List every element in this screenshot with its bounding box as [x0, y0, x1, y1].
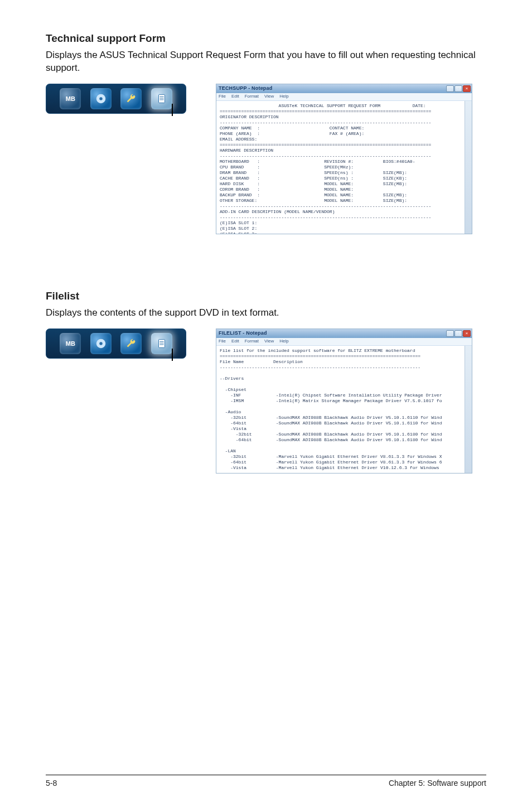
launcher-bar: MB [46, 84, 186, 114]
disc-icon [95, 93, 107, 105]
notepad-title: TECHSUPP - Notepad [219, 85, 272, 91]
page-number: 5-8 [46, 779, 57, 787]
document-icon [156, 337, 168, 350]
launcher-doc-icon-2[interactable] [151, 333, 172, 354]
doc-page: Technical support Form Displays the ASUS… [0, 0, 532, 802]
launcher-thumbnail: MB [46, 84, 186, 128]
menu-file-2[interactable]: File [219, 339, 226, 344]
svg-rect-2 [158, 95, 165, 103]
svg-point-1 [99, 97, 103, 100]
notepad-menu: File Edit Format View Help [216, 93, 472, 101]
menu-view[interactable]: View [264, 94, 274, 99]
leader-line-2 [65, 357, 182, 380]
launcher-doc-icon[interactable] [151, 88, 172, 109]
launcher-disc-icon-2[interactable] [90, 333, 112, 354]
launcher-mb-button[interactable]: MB [60, 88, 81, 109]
notepad-titlebar-2: FILELIST - Notepad _ □ × [216, 329, 472, 338]
section-body-tech: Displays the ASUS Technical Support Requ… [46, 49, 486, 75]
menu-format[interactable]: Format [245, 94, 259, 99]
section-body-filelist: Displays the contents of the support DVD… [46, 307, 486, 320]
menu-edit-2[interactable]: Edit [231, 339, 239, 344]
launcher-disc-icon[interactable] [90, 88, 112, 109]
svg-point-7 [99, 342, 103, 345]
menu-file[interactable]: File [219, 94, 226, 99]
close-button[interactable]: × [463, 85, 471, 92]
minimize-button-2[interactable]: _ [446, 330, 454, 337]
launcher-tool-icon[interactable] [120, 88, 142, 109]
wrench-icon [125, 93, 137, 105]
menu-edit[interactable]: Edit [231, 94, 239, 99]
launcher-thumbnail-2: MB [46, 328, 186, 373]
notepad-content-filelist[interactable]: File list for the included support softw… [216, 346, 472, 473]
svg-rect-8 [158, 339, 165, 347]
maximize-button[interactable]: □ [454, 85, 462, 92]
notepad-title-2: FILELIST - Notepad [219, 330, 267, 336]
window-controls-2: _ □ × [446, 330, 471, 337]
notepad-window-filelist: FILELIST - Notepad _ □ × File Edit Forma… [216, 328, 472, 474]
section-row-tech: MB TECHSUPP - Notepad [46, 84, 486, 234]
section-tech-support: Technical support Form Displays the ASUS… [46, 32, 486, 234]
launcher-tool-icon-2[interactable] [120, 333, 142, 354]
menu-view-2[interactable]: View [264, 339, 274, 344]
notepad-menu-2: File Edit Format View Help [216, 338, 472, 346]
section-filelist: Filelist Displays the contents of the su… [46, 290, 486, 474]
notepad-content-tech[interactable]: ASUSTeK TECHNICAL SUPPORT REQUEST FORM D… [216, 101, 472, 234]
chapter-label: Chapter 5: Software support [389, 779, 486, 787]
launcher-bar-2: MB [46, 328, 186, 359]
launcher-mb-button-2[interactable]: MB [60, 333, 81, 354]
menu-help-2[interactable]: Help [279, 339, 288, 344]
disc-icon [95, 337, 107, 350]
section-heading-tech: Technical support Form [46, 32, 486, 45]
notepad-titlebar: TECHSUPP - Notepad _ □ × [216, 84, 472, 93]
page-footer: 5-8 Chapter 5: Software support [46, 775, 486, 787]
section-heading-filelist: Filelist [46, 290, 486, 302]
minimize-button[interactable]: _ [446, 85, 454, 92]
leader-line [65, 113, 182, 135]
wrench-icon [125, 337, 137, 350]
menu-format-2[interactable]: Format [245, 339, 259, 344]
menu-help[interactable]: Help [279, 94, 288, 99]
document-icon [156, 93, 168, 105]
section-row-filelist: MB FILELIST - Notepad [46, 328, 486, 474]
notepad-window-tech: TECHSUPP - Notepad _ □ × File Edit Forma… [216, 84, 472, 234]
close-button-2[interactable]: × [463, 330, 471, 337]
maximize-button-2[interactable]: □ [454, 330, 462, 337]
window-controls: _ □ × [446, 85, 471, 92]
